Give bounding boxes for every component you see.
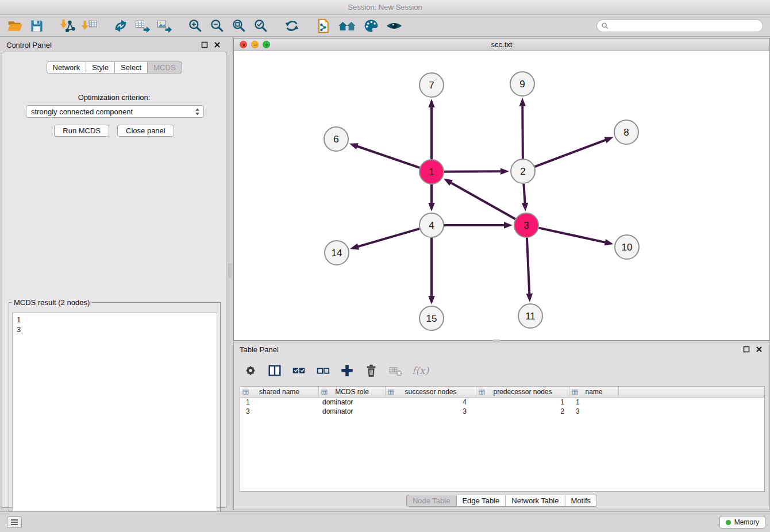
list-icon	[10, 518, 19, 526]
mcds-result-list[interactable]: 1 3	[12, 313, 217, 514]
column-header-shared-name[interactable]: shared name	[240, 387, 319, 398]
tab-mcds[interactable]: MCDS	[148, 61, 182, 74]
graph-node-1[interactable]: 1	[419, 160, 444, 184]
graph-node-8[interactable]: 8	[614, 120, 638, 144]
graphics-details-button[interactable]	[384, 17, 405, 35]
graph-node-10[interactable]: 10	[615, 235, 639, 259]
table-cell[interactable]: 3	[569, 407, 619, 416]
graph-edge-1-2[interactable]	[444, 171, 502, 172]
task-history-button[interactable]	[7, 516, 22, 528]
window-titlebar[interactable]: Session: New Session	[0, 0, 770, 15]
control-panel-header: Control Panel	[2, 38, 226, 52]
node-table[interactable]: shared name MCDS role successor nodes pr…	[240, 386, 765, 492]
float-panel-button[interactable]	[201, 41, 209, 49]
apply-layout-button[interactable]	[283, 17, 301, 35]
column-header-successor-nodes[interactable]: successor nodes	[386, 387, 476, 398]
zoom-in-button[interactable]	[186, 17, 205, 35]
deselect-all-columns-button[interactable]	[315, 363, 330, 378]
style-button[interactable]	[362, 17, 380, 35]
close-mcds-panel-button[interactable]: Close panel	[117, 125, 174, 137]
show-columns-button[interactable]	[267, 363, 282, 378]
graph-edge-2-3[interactable]	[523, 184, 525, 204]
graph-edge-arrowhead	[604, 137, 613, 143]
graph-node-3[interactable]: 3	[514, 213, 538, 237]
tab-style[interactable]: Style	[86, 61, 115, 74]
mcds-result-item[interactable]: 3	[17, 325, 217, 334]
save-session-button[interactable]	[28, 17, 46, 35]
table-settings-button[interactable]	[243, 363, 258, 378]
column-header-mcds-role[interactable]: MCDS role	[319, 387, 386, 398]
table-cell[interactable]: dominator	[319, 407, 386, 416]
close-icon	[756, 346, 763, 353]
column-label: successor nodes	[405, 388, 456, 396]
criterion-dropdown[interactable]: strongly connected component	[26, 105, 204, 118]
search-box[interactable]	[596, 20, 763, 32]
graph-node-15[interactable]: 15	[419, 306, 444, 330]
window-minimize-button[interactable]	[251, 41, 259, 48]
function-builder-button[interactable]: f(x)	[412, 365, 429, 376]
graph-edge-2-9[interactable]	[522, 105, 523, 159]
export-network-button[interactable]	[111, 17, 130, 35]
table-cell[interactable]: 3	[240, 407, 319, 416]
table-cell[interactable]: 4	[386, 398, 476, 407]
graph-node-2[interactable]: 2	[511, 159, 535, 183]
memory-label: Memory	[734, 518, 759, 526]
float-table-panel-button[interactable]	[743, 345, 751, 353]
mcds-result-item[interactable]: 1	[17, 315, 217, 325]
toolbar-separator	[102, 25, 111, 26]
graph-node-9[interactable]: 9	[510, 72, 534, 96]
tab-network-table[interactable]: Network Table	[506, 495, 565, 507]
graph-node-11[interactable]: 11	[518, 304, 542, 328]
table-cell[interactable]: 1	[476, 398, 569, 407]
table-cell[interactable]: dominator	[319, 398, 386, 407]
search-input[interactable]	[596, 20, 763, 32]
close-table-panel-button[interactable]	[756, 345, 764, 353]
tab-motifs[interactable]: Motifs	[565, 495, 597, 507]
graph-node-label: 14	[332, 248, 342, 259]
vertical-splitter-handle[interactable]	[228, 263, 232, 278]
graph-node-6[interactable]: 6	[324, 127, 348, 151]
graph-edge-3-1[interactable]	[450, 182, 515, 219]
table-cell[interactable]: 2	[476, 407, 569, 416]
graph-node-7[interactable]: 7	[419, 73, 444, 97]
tab-node-table[interactable]: Node Table	[406, 495, 457, 507]
columns-icon	[267, 363, 282, 378]
delete-table-button[interactable]	[388, 363, 403, 378]
zoom-selected-button[interactable]	[252, 17, 270, 35]
table-cell[interactable]: 1	[569, 398, 619, 407]
window-zoom-button[interactable]	[263, 41, 270, 48]
column-header-name[interactable]: name	[569, 387, 619, 398]
import-table-button[interactable]	[80, 17, 99, 35]
graph-edge-3-11[interactable]	[527, 238, 529, 295]
network-window-titlebar[interactable]: scc.txt	[234, 38, 769, 51]
tab-edge-table[interactable]: Edge Table	[456, 495, 506, 507]
ndex-button[interactable]	[336, 17, 359, 35]
window-close-button[interactable]	[240, 41, 247, 48]
import-network-button[interactable]	[59, 17, 77, 35]
graph-edge-2-8[interactable]	[535, 140, 607, 167]
table-cell[interactable]: 1	[240, 398, 319, 407]
tab-select[interactable]: Select	[115, 61, 148, 74]
zoom-out-button[interactable]	[208, 17, 226, 35]
memory-button[interactable]: Memory	[719, 516, 765, 529]
import-network-database-button[interactable]	[314, 17, 332, 35]
export-image-button[interactable]	[155, 17, 174, 35]
graph-node-4[interactable]: 4	[419, 213, 444, 237]
add-row-button[interactable]	[340, 363, 355, 378]
export-table-button[interactable]	[133, 17, 152, 35]
table-cell[interactable]: 3	[386, 407, 476, 416]
select-all-columns-button[interactable]	[291, 363, 306, 378]
run-mcds-button[interactable]: Run MCDS	[54, 125, 109, 137]
graph-edge-3-10[interactable]	[538, 228, 606, 242]
close-control-panel-button[interactable]	[214, 41, 222, 49]
column-header-predecessor-nodes[interactable]: predecessor nodes	[476, 387, 569, 398]
zoom-fit-button[interactable]	[230, 17, 248, 35]
network-canvas[interactable]: 7968124314101511	[234, 51, 769, 340]
delete-row-button[interactable]	[364, 363, 379, 378]
graph-node-14[interactable]: 14	[325, 241, 349, 265]
graph-edge-arrowhead	[428, 296, 435, 304]
open-session-button[interactable]	[6, 17, 24, 35]
tab-network[interactable]: Network	[46, 61, 86, 74]
graph-edge-4-14[interactable]	[357, 229, 419, 247]
graph-edge-1-6[interactable]	[356, 146, 419, 168]
